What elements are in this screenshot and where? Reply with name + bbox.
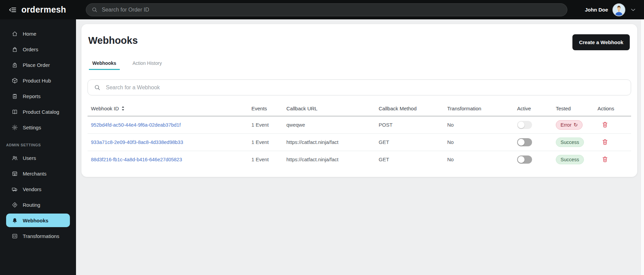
delete-webhook-button[interactable] (601, 155, 609, 163)
cell-callback-method: GET (375, 133, 444, 151)
avatar[interactable] (612, 3, 625, 16)
order-search-bar (86, 3, 567, 16)
tested-badge-success: Success (556, 155, 584, 164)
sort-icon[interactable] (121, 106, 125, 111)
sidebar-collapse-icon[interactable] (9, 6, 17, 14)
col-header-label: Callback URL (286, 106, 318, 111)
cell-webhook-id: 952bd4fd-ac50-44e4-9f6a-02deab37bd1f (88, 116, 248, 133)
tab-action-history[interactable]: Action History (129, 58, 165, 70)
code-box-icon (12, 233, 18, 239)
webhook-id-link[interactable]: 952bd4fd-ac50-44e4-9f6a-02deab37bd1f (91, 122, 181, 128)
package-icon (12, 77, 18, 84)
create-webhook-button[interactable]: Create a Webhook (572, 34, 630, 50)
delete-webhook-button[interactable] (601, 121, 609, 129)
col-header-callback-url: Callback URL (283, 102, 375, 116)
cell-actions (594, 133, 631, 151)
toggle-knob (518, 139, 525, 146)
sidebar-item-label: Home (23, 31, 36, 37)
active-toggle[interactable] (517, 155, 532, 164)
place-order-icon (12, 62, 18, 68)
sidebar-item-label: Product Catalog (23, 109, 59, 115)
open-book-icon (12, 109, 18, 115)
cell-tested: Success (552, 151, 594, 168)
user-menu: John Doe (585, 3, 637, 16)
sidebar-item-label: Routing (23, 202, 40, 208)
toggle-knob (518, 156, 525, 163)
tabs: Webhooks Action History (89, 58, 631, 70)
col-header-transformation: Transformation (444, 102, 514, 116)
webhook-id-link[interactable]: 933a71c8-2e09-40f3-8ac8-4d338ed98b33 (91, 140, 183, 145)
delete-webhook-button[interactable] (601, 138, 609, 146)
sidebar-item-home[interactable]: Home (6, 27, 70, 40)
sidebar-item-settings[interactable]: Settings (6, 121, 70, 134)
sidebar: HomeOrdersPlace OrderProduct HubReportsP… (0, 19, 76, 275)
col-header-tested: Tested (552, 102, 594, 116)
active-toggle[interactable] (517, 121, 532, 129)
webhook-search-input[interactable] (105, 84, 625, 91)
sidebar-item-routing[interactable]: Routing (6, 198, 70, 212)
sidebar-item-label: Orders (23, 47, 38, 52)
tested-badge-label: Error (561, 122, 571, 128)
col-header-actions: Actions (594, 102, 631, 116)
table-row: 933a71c8-2e09-40f3-8ac8-4d338ed98b331 Ev… (88, 133, 631, 151)
table-header-row: Webhook IDEventsCallback URLCallback Met… (88, 102, 631, 116)
sidebar-item-label: Place Order (23, 62, 50, 68)
gear-icon (12, 124, 18, 131)
cell-actions (594, 151, 631, 168)
webhook-id-link[interactable]: 88d3f216-fb1c-4a8d-b416-646e27d05823 (91, 157, 182, 162)
sidebar-item-place-order[interactable]: Place Order (6, 58, 70, 72)
users-icon (12, 155, 18, 161)
tested-badge-success: Success (556, 138, 584, 147)
cell-webhook-id: 933a71c8-2e09-40f3-8ac8-4d338ed98b33 (88, 133, 248, 151)
main-content: Webhooks Create a Webhook Webhooks Actio… (76, 19, 641, 275)
cell-tested: Success (552, 133, 594, 151)
tab-webhooks[interactable]: Webhooks (89, 58, 120, 70)
sidebar-item-label: Transformations (23, 233, 59, 239)
col-header-events: Events (248, 102, 283, 116)
search-icon (94, 84, 101, 91)
sidebar-item-vendors[interactable]: Vendors (6, 182, 70, 196)
sidebar-item-users[interactable]: Users (6, 151, 70, 165)
tested-badge-label: Success (561, 157, 579, 162)
sidebar-item-label: Vendors (23, 186, 41, 192)
tested-badge-error: Error↻ (556, 120, 583, 130)
cell-active (514, 133, 552, 151)
sidebar-item-label: Settings (23, 125, 41, 130)
retry-icon[interactable]: ↻ (573, 122, 578, 127)
storefront-icon (12, 170, 18, 177)
sidebar-item-reports[interactable]: Reports (6, 89, 70, 103)
user-name: John Doe (585, 7, 608, 13)
cell-tested: Error↻ (552, 116, 594, 133)
sidebar-item-transformations[interactable]: Transformations (6, 229, 70, 243)
order-search-input[interactable] (101, 6, 562, 13)
table-row: 88d3f216-fb1c-4a8d-b416-646e27d058231 Ev… (88, 151, 631, 168)
sidebar-item-merchants[interactable]: Merchants (6, 167, 70, 180)
search-icon (91, 6, 98, 13)
page-title: Webhooks (88, 34, 138, 47)
sidebar-item-product-hub[interactable]: Product Hub (6, 74, 70, 87)
sidebar-item-label: Users (23, 155, 36, 161)
active-toggle[interactable] (517, 138, 532, 146)
app-logo: ordermesh (21, 5, 66, 15)
sidebar-item-webhooks[interactable]: Webhooks (6, 214, 70, 227)
cell-webhook-id: 88d3f216-fb1c-4a8d-b416-646e27d05823 (88, 151, 248, 168)
col-header-callback-method: Callback Method (375, 102, 444, 116)
orders-bag-icon (12, 46, 18, 53)
sidebar-item-label: Merchants (23, 171, 46, 177)
cell-callback-url: https://catfact.ninja/fact (283, 133, 375, 151)
scrollbar-track[interactable] (641, 19, 644, 275)
cell-transformation: No (444, 151, 514, 168)
cell-callback-method: GET (375, 151, 444, 168)
cell-transformation: No (444, 116, 514, 133)
sidebar-item-label: Webhooks (23, 218, 49, 223)
chevron-down-icon[interactable] (630, 6, 637, 13)
col-header-label: Tested (556, 106, 571, 111)
table-row: 952bd4fd-ac50-44e4-9f6a-02deab37bd1f1 Ev… (88, 116, 631, 133)
sidebar-item-orders[interactable]: Orders (6, 42, 70, 56)
bell-icon (12, 217, 18, 224)
truck-icon (12, 186, 18, 192)
sidebar-item-product-catalog[interactable]: Product Catalog (6, 105, 70, 118)
routing-sign-icon (12, 202, 18, 208)
col-header-label: Events (251, 106, 267, 111)
col-header-webhook-id[interactable]: Webhook ID (88, 102, 248, 116)
